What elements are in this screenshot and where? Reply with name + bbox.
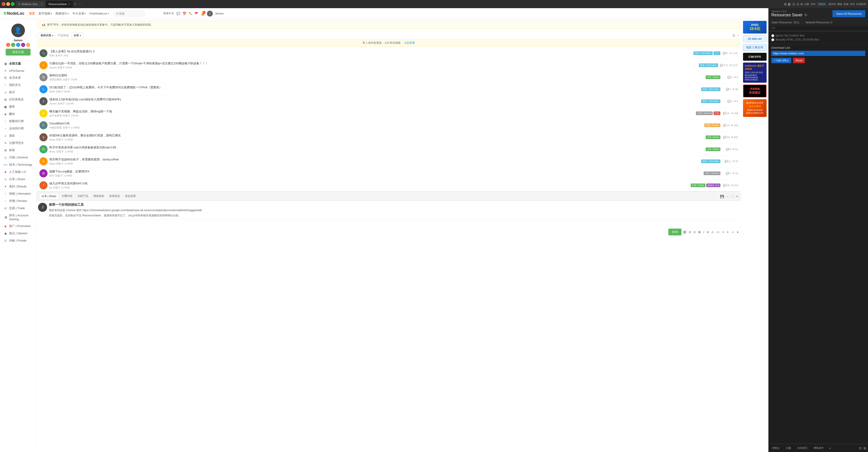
browser-tab-resources-saver[interactable]: ResourcesSaver ✕: [46, 1, 73, 7]
nav-lang[interactable]: 简体中文: [163, 11, 174, 16]
sidebar-item-tech[interactable]: </> 技术 | Technology: [0, 161, 36, 168]
compose-expand-icon[interactable]: ⛶: [731, 195, 734, 198]
post-tag[interactable]: 日报 | General: [704, 171, 720, 175]
post-author-avatar[interactable]: 游: [39, 169, 48, 177]
compose-heading-btn[interactable]: H: [693, 230, 696, 234]
post-tag[interactable]: 日报 | General: [696, 111, 713, 115]
tab-close-icon[interactable]: ✕: [41, 3, 42, 5]
post-tag[interactable]: 分享 | Share: [706, 147, 720, 151]
devtools-icon-6[interactable]: 元素: [804, 2, 809, 6]
post-tag[interactable]: 情报 | Infomation: [701, 160, 720, 163]
post-author-avatar[interactable]: 🔧: [39, 49, 48, 57]
sidebar-item-opinion[interactable]: ◉ 观点 | Opinion: [0, 230, 36, 237]
post-title[interactable]: 提醒下eu.org被盗，赶紧绑2FA: [49, 169, 702, 174]
post-author-avatar[interactable]: b: [39, 157, 48, 165]
devtools-icon-4[interactable]: ◎: [797, 2, 799, 6]
rss-icon[interactable]: ⊞: [733, 34, 735, 37]
post-title[interactable]: 昨天中奖的圣何塞 nat/小鸡准备换成首尔的nat/小鸡: [49, 145, 704, 149]
sidebar-item-friends[interactable]: ☺ 酒友: [0, 132, 36, 139]
compose-tab-product[interactable]: 关联产品: [75, 193, 91, 199]
compose-tab-paid[interactable]: 付费内容: [59, 193, 75, 199]
sidebar-item-ai[interactable]: ★ 人工智能 | AI: [0, 168, 36, 176]
devtools-icon-9[interactable]: 源代码: [828, 2, 836, 6]
save-all-resources-button[interactable]: Save All Resources: [833, 10, 865, 17]
view-toggle-icon[interactable]: ✓: [737, 34, 739, 37]
ext-reset-button[interactable]: Reset: [793, 58, 805, 63]
sidebar-item-private[interactable]: ⊞ 内板 | Private: [0, 237, 36, 244]
ext-option-beautify-radio[interactable]: [771, 38, 774, 41]
ad-cmivps[interactable]: CMIVPS: [743, 53, 767, 61]
sidebar-item-deco-shop[interactable]: ⊞ 社区装饰店: [0, 96, 36, 103]
nav-trade[interactable]: 中介交易 ▾: [72, 11, 86, 16]
ad-quality[interactable]: 双ISP原生住宅IP 服务全解锁 美国/日本/新加坡/ 英国/台湾/香港VPS: [743, 99, 767, 117]
devtools-icon-10[interactable]: 网络: [837, 2, 842, 6]
post-tag[interactable]: 情报 | Infomation: [699, 63, 718, 67]
sidebar-item-station[interactable]: ◈ 醮站: [0, 110, 36, 118]
post-title[interactable]: 曝光骗子卖视频、网盘会员的，期待mjj捐一下他: [49, 109, 694, 114]
chat-icon[interactable]: 💬: [176, 12, 180, 16]
compose-link-btn[interactable]: A: [711, 230, 714, 234]
sidebar-item-promotion[interactable]: ◆ 推广 | Promotion: [0, 223, 36, 230]
nav-guide[interactable]: 新手指南 ▾: [38, 11, 52, 16]
compose-tab-prize[interactable]: 添加奖品: [107, 193, 122, 199]
devtools-resize-icon-2[interactable]: ⊞: [864, 446, 866, 450]
sidebar-item-sports[interactable]: ↑ 运动排行榜: [0, 125, 36, 132]
compose-tab-share[interactable]: 分享 | Share: [39, 193, 59, 199]
ad-zlidc[interactable]: ZZ zlidc.net: [743, 35, 767, 42]
post-tag[interactable]: 情报 | Infomation: [701, 100, 720, 103]
post-new-topic-button[interactable]: 发布主题: [6, 49, 31, 56]
sidebar-item-general[interactable]: ◎ 日报 | General: [0, 154, 36, 161]
user-name-nav[interactable]: James: [215, 12, 224, 15]
post-title[interactable]: 明天鸭子说放80台机子，有需要的观望：ducky.ci/free: [49, 158, 699, 162]
browser-more-button[interactable]: ···: [78, 2, 82, 6]
nav-merchant[interactable]: 商家指引 ▾: [56, 11, 69, 16]
sidebar-item-info[interactable]: ! 情报 | Infomation: [0, 190, 36, 197]
devtools-icon-2[interactable]: ◧: [788, 2, 791, 6]
post-author-avatar[interactable]: C: [39, 121, 48, 130]
devtools-tab-autofill[interactable]: 自动填充: [796, 446, 809, 451]
edit-icon[interactable]: ✏️: [189, 12, 192, 16]
sidebar-user-avatar[interactable]: 👤: [11, 24, 25, 37]
devtools-icon-8[interactable]: 控制台: [817, 2, 827, 6]
post-title[interactable]: 抽几台甲骨文圣何塞NAT小鸡: [49, 181, 689, 186]
nav-home[interactable]: 首页: [29, 11, 35, 16]
compose-save-icon[interactable]: 💾: [720, 195, 724, 198]
post-title[interactable]: 价值5W云服务器源码，整合全国IDC资源，源码已测试: [49, 134, 704, 138]
devtools-icon-7[interactable]: 代码: [810, 2, 815, 6]
calendar-icon[interactable]: 📅: [183, 12, 186, 16]
post-title[interactable]: CloudBlast小鸡: [49, 121, 703, 125]
devtools-icon-11[interactable]: 性能: [843, 2, 848, 6]
nav-free[interactable]: FreeNodeLoc ▾: [89, 12, 109, 15]
devtools-icon-13[interactable]: 应用程序: [856, 2, 866, 6]
sidebar-item-vps[interactable]: ≡ VPS/Server: [0, 67, 36, 74]
devtools-tab-issues[interactable]: 问题: [784, 446, 793, 451]
new-tab-button[interactable]: +: [73, 2, 77, 6]
post-title[interactable]: 【新人必看】NL论坛简短版规V1.3: [49, 49, 692, 54]
sidebar-item-trade[interactable]: ⇄ 交易 | Trade: [0, 205, 36, 212]
compose-code-btn[interactable]: <>: [715, 230, 720, 234]
compose-list-btn[interactable]: ≡: [721, 230, 725, 234]
sidebar-item-all-topics[interactable]: ◎ 全部主题: [0, 60, 36, 67]
tab-close-active-icon[interactable]: ✕: [68, 3, 70, 5]
post-tag[interactable]: 分享 | Share: [706, 76, 720, 79]
post-author-avatar[interactable]: 管: [39, 73, 48, 81]
compose-more-btn[interactable]: ▾: [736, 230, 739, 234]
browser-tab-nodeloc[interactable]: N NodeLoc 论坛... ✕: [16, 1, 45, 7]
ext-refresh-icon[interactable]: ↻: [804, 13, 807, 17]
sidebar-item-review[interactable]: ☆ 评测 | Review: [0, 197, 36, 205]
compose-close-icon[interactable]: ✕: [736, 195, 739, 198]
sidebar-item-tags[interactable]: ⊞ 标签: [0, 147, 36, 154]
ad-2h2g[interactable]: 2H2G 19.9元: [743, 21, 767, 33]
devtools-add-tab-icon[interactable]: +: [829, 446, 831, 450]
update-link[interactable]: 立刻查看: [404, 41, 415, 45]
post-title[interactable]: 舔狗日记源码: [49, 74, 704, 78]
post-tag[interactable]: 分享 | Share: [691, 183, 706, 187]
sidebar-item-register[interactable]: ✎ 注册书范夫: [0, 139, 36, 147]
post-tag-2[interactable]: 抽地主 | Lot: [706, 183, 720, 187]
devtools-tab-network-conditions[interactable]: 网络条件: [812, 446, 826, 451]
sidebar-item-badge[interactable]: ▣ 微章: [0, 103, 36, 110]
compose-content[interactable]: 填好安利边装 Chrome 插件 https://chromewebstore.…: [49, 208, 739, 218]
ad-mlb[interactable]: 优质线路 高速稳定: [743, 85, 767, 97]
site-logo[interactable]: NNodeLoc: [4, 11, 25, 16]
post-tag[interactable]: 评测 | Review: [704, 123, 720, 127]
